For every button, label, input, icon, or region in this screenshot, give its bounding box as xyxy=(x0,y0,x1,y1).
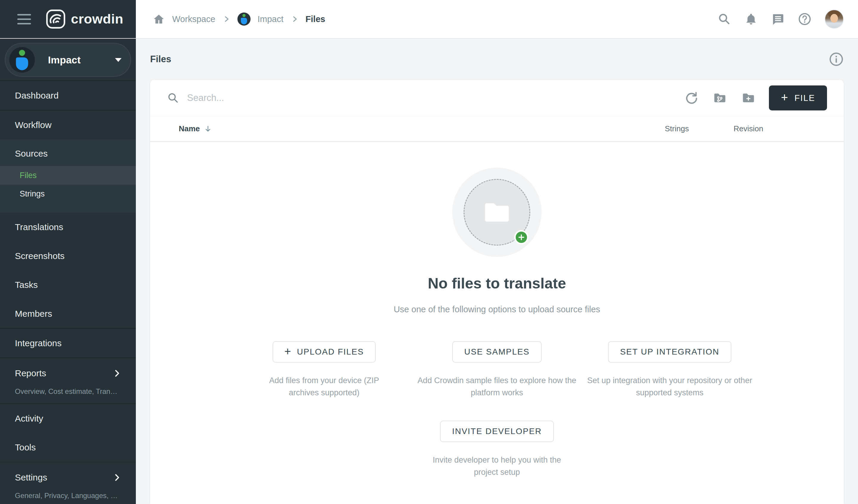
top-bar: crowdin Workspace Impact Files xyxy=(0,0,858,39)
sidebar-item-reports[interactable]: Reports Overview, Cost estimate, Transl… xyxy=(0,358,136,403)
search-input[interactable] xyxy=(187,93,396,103)
user-avatar[interactable] xyxy=(825,10,844,29)
sidebar-item-subtitle: General, Privacy, Languages, Q… xyxy=(0,489,136,502)
project-avatar xyxy=(237,13,251,26)
sidebar-item-label: Activity xyxy=(15,413,43,424)
info-icon[interactable] xyxy=(829,52,844,67)
sidebar-item-label: Tools xyxy=(15,442,36,453)
breadcrumb-project[interactable]: Impact xyxy=(258,14,284,24)
refresh-icon[interactable] xyxy=(684,91,698,105)
page-header: Files xyxy=(136,39,858,80)
files-toolbar: + FILE xyxy=(150,80,844,116)
help-icon[interactable] xyxy=(798,12,812,26)
empty-state-title: No files to translate xyxy=(428,275,566,292)
set-up-integration-description: Set up integration with your repository … xyxy=(584,374,756,399)
sidebar-item-subtitle: Overview, Cost estimate, Transl… xyxy=(0,385,136,398)
sidebar-item-label: Tasks xyxy=(15,280,38,290)
sidebar-item-label: Screenshots xyxy=(15,251,65,261)
sidebar-item-integrations[interactable]: Integrations xyxy=(0,329,136,358)
sidebar-item-dashboard[interactable]: Dashboard xyxy=(0,81,136,110)
search-box xyxy=(167,92,684,104)
upload-files-description: Add files from your device (ZIP archives… xyxy=(266,374,383,399)
use-samples-description: Add Crowdin sample files to explore how … xyxy=(414,374,580,399)
topbar-icons xyxy=(717,10,844,29)
crowdin-wordmark: crowdin xyxy=(71,11,123,27)
main-content: Files xyxy=(136,39,858,504)
project-avatar xyxy=(9,47,35,72)
sort-descending-icon xyxy=(204,125,212,133)
hamburger-menu-icon[interactable] xyxy=(17,14,31,25)
use-samples-button[interactable]: USE SAMPLES xyxy=(452,341,542,362)
folder-branch-icon[interactable] xyxy=(713,91,727,105)
sidebar-item-sources[interactable]: Sources xyxy=(0,141,136,166)
crowdin-logo[interactable]: crowdin xyxy=(46,9,123,29)
sidebar-item-screenshots[interactable]: Screenshots xyxy=(0,241,136,270)
invite-developer-button-label: INVITE DEVELOPER xyxy=(452,427,542,436)
sidebar-item-label: Sources xyxy=(15,149,48,159)
plus-icon: + xyxy=(285,346,292,357)
topbar-brand-area: crowdin xyxy=(0,0,136,38)
empty-folder-graphic xyxy=(452,168,542,257)
set-up-integration-button-label: SET UP INTEGRATION xyxy=(620,347,719,357)
sidebar-item-workflow[interactable]: Workflow xyxy=(0,111,136,139)
chevron-right-icon xyxy=(113,369,121,377)
add-file-button[interactable]: + FILE xyxy=(769,85,827,111)
breadcrumb-workspace[interactable]: Workspace xyxy=(172,14,216,24)
messages-icon[interactable] xyxy=(771,12,785,26)
add-file-badge-icon[interactable] xyxy=(514,230,528,244)
sidebar-item-settings[interactable]: Settings General, Privacy, Languages, Q… xyxy=(0,462,136,504)
add-file-button-label: FILE xyxy=(795,93,815,103)
files-table-header: Name Strings Revision xyxy=(150,116,844,142)
page-title: Files xyxy=(150,54,171,65)
upload-files-button[interactable]: + UPLOAD FILES xyxy=(273,341,376,362)
sidebar-item-label: Strings xyxy=(20,189,45,198)
sidebar-item-members[interactable]: Members xyxy=(0,299,136,328)
sidebar-item-tasks[interactable]: Tasks xyxy=(0,270,136,299)
breadcrumb: Workspace Impact Files xyxy=(153,13,325,26)
notifications-bell-icon[interactable] xyxy=(744,12,758,26)
invite-developer-description: Invite developer to help you with the pr… xyxy=(428,454,566,478)
upload-options: + UPLOAD FILES Add files from your devic… xyxy=(238,341,756,399)
invite-developer-button[interactable]: INVITE DEVELOPER xyxy=(440,421,554,442)
crowdin-logo-icon xyxy=(46,9,65,29)
search-icon[interactable] xyxy=(717,12,731,26)
topbar-main: Workspace Impact Files xyxy=(136,0,858,38)
chevron-right-icon xyxy=(223,15,230,23)
plus-icon: + xyxy=(781,92,788,103)
search-icon xyxy=(167,92,179,104)
sidebar-item-files[interactable]: Files xyxy=(0,166,136,184)
sidebar-item-label: Workflow xyxy=(15,120,51,130)
sidebar-item-tools[interactable]: Tools xyxy=(0,433,136,462)
empty-state: No files to translate Use one of the fol… xyxy=(150,168,844,478)
sidebar-item-strings[interactable]: Strings xyxy=(0,184,136,203)
set-up-integration-option: SET UP INTEGRATION Set up integration wi… xyxy=(583,341,756,399)
sidebar-item-label: Settings xyxy=(15,472,47,483)
sidebar-item-label: Integrations xyxy=(15,338,62,348)
project-avatar-mark xyxy=(237,13,251,26)
folder-add-icon[interactable] xyxy=(742,91,755,105)
column-header-strings: Strings xyxy=(641,124,713,133)
use-samples-option: USE SAMPLES Add Crowdin sample files to … xyxy=(411,341,583,399)
project-selector[interactable]: Impact xyxy=(5,43,131,77)
upload-files-option: + UPLOAD FILES Add files from your devic… xyxy=(238,341,411,399)
sidebar-item-label: Members xyxy=(15,309,52,319)
upload-files-button-label: UPLOAD FILES xyxy=(297,347,364,357)
sidebar-item-label: Translations xyxy=(15,222,63,232)
project-avatar-mark xyxy=(9,47,35,72)
home-icon[interactable] xyxy=(153,13,165,25)
sidebar-item-label: Files xyxy=(20,171,37,180)
column-header-revision: Revision xyxy=(713,124,784,133)
sidebar-item-activity[interactable]: Activity xyxy=(0,404,136,433)
chevron-right-icon xyxy=(113,473,121,482)
sidebar-item-translations[interactable]: Translations xyxy=(0,213,136,241)
sidebar-section-sources: Sources Files Strings xyxy=(0,139,136,213)
chevron-right-icon xyxy=(291,15,299,23)
column-header-name[interactable]: Name xyxy=(179,124,212,133)
toolbar-icons xyxy=(684,91,755,105)
set-up-integration-button[interactable]: SET UP INTEGRATION xyxy=(608,341,731,362)
folder-icon xyxy=(483,201,511,223)
files-panel: + FILE Name Strings Revision xyxy=(150,80,844,504)
breadcrumb-current-page: Files xyxy=(306,14,325,24)
caret-down-icon xyxy=(115,58,122,62)
column-header-label: Name xyxy=(179,124,200,133)
